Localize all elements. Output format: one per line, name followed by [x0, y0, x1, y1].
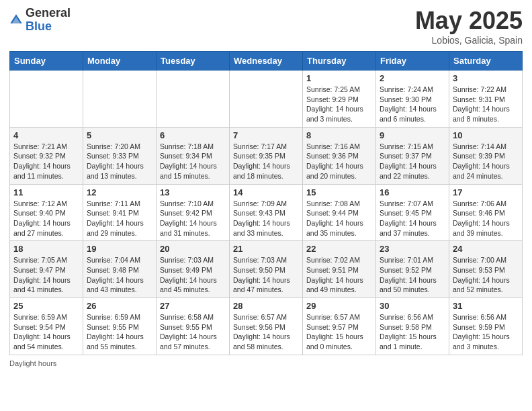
day-number: 16: [380, 187, 445, 197]
day-number: 7: [233, 130, 299, 140]
day-number: 11: [13, 187, 79, 197]
day-cell: 24Sunrise: 7:00 AM Sunset: 9:53 PM Dayli…: [449, 241, 523, 298]
day-number: 25: [13, 301, 79, 311]
logo: General Blue: [9, 7, 71, 34]
day-info: Sunrise: 6:57 AM Sunset: 9:56 PM Dayligh…: [233, 312, 299, 352]
day-cell: 16Sunrise: 7:07 AM Sunset: 9:45 PM Dayli…: [376, 184, 449, 241]
day-cell: 23Sunrise: 7:01 AM Sunset: 9:52 PM Dayli…: [376, 241, 449, 298]
day-number: 21: [233, 244, 299, 254]
day-info: Sunrise: 6:56 AM Sunset: 9:58 PM Dayligh…: [380, 312, 445, 352]
day-number: 17: [453, 187, 519, 197]
day-number: 14: [233, 187, 299, 197]
col-header-monday: Monday: [83, 52, 157, 71]
day-number: 31: [453, 301, 519, 311]
day-cell: 10Sunrise: 7:14 AM Sunset: 9:39 PM Dayli…: [449, 127, 523, 184]
day-cell: [230, 71, 303, 128]
day-info: Sunrise: 7:22 AM Sunset: 9:31 PM Dayligh…: [453, 85, 519, 124]
day-cell: 18Sunrise: 7:05 AM Sunset: 9:47 PM Dayli…: [10, 241, 83, 298]
calendar-table: SundayMondayTuesdayWednesdayThursdayFrid…: [9, 51, 523, 355]
day-info: Sunrise: 7:08 AM Sunset: 9:44 PM Dayligh…: [306, 199, 372, 238]
footer-note: Daylight hours: [9, 359, 523, 367]
day-cell: 9Sunrise: 7:15 AM Sunset: 9:37 PM Daylig…: [376, 127, 449, 184]
day-number: 30: [380, 301, 445, 311]
day-number: 18: [13, 244, 79, 254]
week-row-5: 25Sunrise: 6:59 AM Sunset: 9:54 PM Dayli…: [10, 298, 523, 355]
day-cell: 5Sunrise: 7:20 AM Sunset: 9:33 PM Daylig…: [83, 127, 157, 184]
day-cell: 19Sunrise: 7:04 AM Sunset: 9:48 PM Dayli…: [83, 241, 157, 298]
day-info: Sunrise: 7:14 AM Sunset: 9:39 PM Dayligh…: [453, 142, 519, 181]
day-number: 24: [453, 244, 519, 254]
day-cell: 17Sunrise: 7:06 AM Sunset: 9:46 PM Dayli…: [449, 184, 523, 241]
day-info: Sunrise: 6:58 AM Sunset: 9:55 PM Dayligh…: [160, 312, 226, 352]
day-cell: 29Sunrise: 6:57 AM Sunset: 9:57 PM Dayli…: [303, 298, 376, 355]
col-header-wednesday: Wednesday: [230, 52, 303, 71]
logo-general-text: General: [26, 7, 71, 20]
col-header-sunday: Sunday: [10, 52, 83, 71]
day-cell: 2Sunrise: 7:24 AM Sunset: 9:30 PM Daylig…: [376, 71, 449, 128]
day-info: Sunrise: 7:16 AM Sunset: 9:36 PM Dayligh…: [306, 142, 372, 181]
day-info: Sunrise: 7:17 AM Sunset: 9:35 PM Dayligh…: [233, 142, 299, 181]
day-cell: 25Sunrise: 6:59 AM Sunset: 9:54 PM Dayli…: [10, 298, 83, 355]
day-number: 2: [380, 73, 445, 83]
day-info: Sunrise: 7:05 AM Sunset: 9:47 PM Dayligh…: [13, 255, 79, 295]
day-info: Sunrise: 7:24 AM Sunset: 9:30 PM Dayligh…: [380, 85, 445, 124]
day-info: Sunrise: 7:12 AM Sunset: 9:40 PM Dayligh…: [13, 199, 79, 238]
col-header-saturday: Saturday: [449, 52, 523, 71]
logo-icon: [9, 13, 23, 27]
day-number: 5: [87, 130, 152, 140]
day-cell: 7Sunrise: 7:17 AM Sunset: 9:35 PM Daylig…: [230, 127, 303, 184]
day-info: Sunrise: 7:00 AM Sunset: 9:53 PM Dayligh…: [453, 255, 519, 295]
day-cell: 4Sunrise: 7:21 AM Sunset: 9:32 PM Daylig…: [10, 127, 83, 184]
day-cell: [83, 71, 157, 128]
day-cell: 12Sunrise: 7:11 AM Sunset: 9:41 PM Dayli…: [83, 184, 157, 241]
col-header-tuesday: Tuesday: [157, 52, 230, 71]
header-row: SundayMondayTuesdayWednesdayThursdayFrid…: [10, 52, 523, 71]
day-info: Sunrise: 7:25 AM Sunset: 9:29 PM Dayligh…: [306, 85, 372, 124]
day-number: 27: [160, 301, 226, 311]
day-info: Sunrise: 7:10 AM Sunset: 9:42 PM Dayligh…: [160, 199, 226, 238]
day-info: Sunrise: 6:57 AM Sunset: 9:57 PM Dayligh…: [306, 312, 372, 352]
col-header-friday: Friday: [376, 52, 449, 71]
week-row-4: 18Sunrise: 7:05 AM Sunset: 9:47 PM Dayli…: [10, 241, 523, 298]
day-number: 15: [306, 187, 372, 197]
day-info: Sunrise: 7:11 AM Sunset: 9:41 PM Dayligh…: [87, 199, 152, 238]
day-info: Sunrise: 7:21 AM Sunset: 9:32 PM Dayligh…: [13, 142, 79, 181]
day-cell: 28Sunrise: 6:57 AM Sunset: 9:56 PM Dayli…: [230, 298, 303, 355]
day-info: Sunrise: 7:01 AM Sunset: 9:52 PM Dayligh…: [380, 255, 445, 295]
header: General Blue May 2025 Lobios, Galicia, S…: [9, 7, 523, 46]
day-cell: 1Sunrise: 7:25 AM Sunset: 9:29 PM Daylig…: [303, 71, 376, 128]
day-info: Sunrise: 6:56 AM Sunset: 9:59 PM Dayligh…: [453, 312, 519, 352]
day-cell: 3Sunrise: 7:22 AM Sunset: 9:31 PM Daylig…: [449, 71, 523, 128]
day-number: 26: [87, 301, 152, 311]
day-info: Sunrise: 6:59 AM Sunset: 9:55 PM Dayligh…: [87, 312, 152, 352]
day-number: 6: [160, 130, 226, 140]
day-number: 1: [306, 73, 372, 83]
day-cell: 13Sunrise: 7:10 AM Sunset: 9:42 PM Dayli…: [157, 184, 230, 241]
day-info: Sunrise: 7:03 AM Sunset: 9:49 PM Dayligh…: [160, 255, 226, 295]
day-cell: 14Sunrise: 7:09 AM Sunset: 9:43 PM Dayli…: [230, 184, 303, 241]
day-number: 9: [380, 130, 445, 140]
location: Lobios, Galicia, Spain: [415, 35, 523, 46]
day-cell: 6Sunrise: 7:18 AM Sunset: 9:34 PM Daylig…: [157, 127, 230, 184]
day-cell: 30Sunrise: 6:56 AM Sunset: 9:58 PM Dayli…: [376, 298, 449, 355]
page: General Blue May 2025 Lobios, Galicia, S…: [0, 0, 532, 377]
week-row-3: 11Sunrise: 7:12 AM Sunset: 9:40 PM Dayli…: [10, 184, 523, 241]
day-number: 23: [380, 244, 445, 254]
day-cell: 27Sunrise: 6:58 AM Sunset: 9:55 PM Dayli…: [157, 298, 230, 355]
day-info: Sunrise: 7:02 AM Sunset: 9:51 PM Dayligh…: [306, 255, 372, 295]
day-number: 4: [13, 130, 79, 140]
day-cell: 20Sunrise: 7:03 AM Sunset: 9:49 PM Dayli…: [157, 241, 230, 298]
day-number: 13: [160, 187, 226, 197]
day-info: Sunrise: 7:09 AM Sunset: 9:43 PM Dayligh…: [233, 199, 299, 238]
day-info: Sunrise: 7:20 AM Sunset: 9:33 PM Dayligh…: [87, 142, 152, 181]
logo-blue-text: Blue: [26, 20, 71, 34]
day-number: 20: [160, 244, 226, 254]
day-number: 29: [306, 301, 372, 311]
day-cell: 26Sunrise: 6:59 AM Sunset: 9:55 PM Dayli…: [83, 298, 157, 355]
day-number: 10: [453, 130, 519, 140]
day-number: 12: [87, 187, 152, 197]
title-area: May 2025 Lobios, Galicia, Spain: [415, 7, 523, 46]
day-cell: [157, 71, 230, 128]
day-info: Sunrise: 7:04 AM Sunset: 9:48 PM Dayligh…: [87, 255, 152, 295]
day-info: Sunrise: 7:03 AM Sunset: 9:50 PM Dayligh…: [233, 255, 299, 295]
